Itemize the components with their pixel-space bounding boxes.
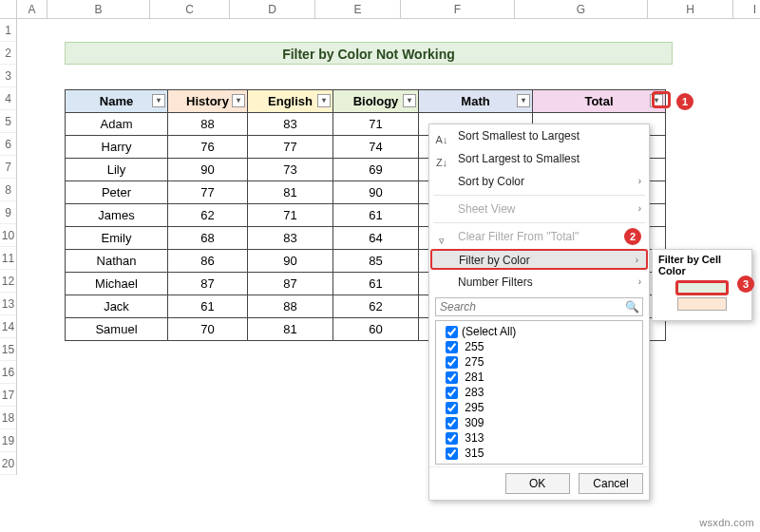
col-header-H[interactable]: H <box>648 0 733 18</box>
cell-english[interactable]: 77 <box>248 136 333 159</box>
cell-english[interactable]: 81 <box>248 318 333 341</box>
color-swatch-1[interactable] <box>675 280 729 295</box>
cell-name[interactable]: Lily <box>66 159 168 181</box>
row-header-3[interactable]: 3 <box>0 65 16 87</box>
cell-history[interactable]: 86 <box>168 250 248 273</box>
cell-name[interactable]: Harry <box>66 136 168 159</box>
checkbox[interactable] <box>446 432 458 445</box>
sort-by-color[interactable]: Sort by Color› <box>429 170 649 193</box>
checkbox[interactable] <box>446 402 458 414</box>
cell-history[interactable]: 70 <box>168 318 248 341</box>
cell-biology[interactable]: 61 <box>333 273 419 295</box>
row-header-19[interactable]: 19 <box>0 429 16 452</box>
checkbox[interactable] <box>446 417 458 429</box>
cell-history[interactable]: 77 <box>168 181 248 204</box>
checkbox[interactable] <box>446 341 458 353</box>
cell-english[interactable]: 90 <box>248 250 333 273</box>
col-header-F[interactable]: F <box>401 0 515 18</box>
cell-history[interactable]: 68 <box>168 227 248 250</box>
cancel-button[interactable]: Cancel <box>579 473 643 494</box>
row-header-15[interactable]: 15 <box>0 338 16 361</box>
ok-button[interactable]: OK <box>505 473 570 494</box>
cell-name[interactable]: Samuel <box>66 318 168 341</box>
row-header-17[interactable]: 17 <box>0 384 16 407</box>
cell-english[interactable]: 71 <box>248 204 333 227</box>
list-item-select-all[interactable]: (Select All) <box>438 323 640 338</box>
cell-english[interactable]: 87 <box>248 273 333 295</box>
row-header-5[interactable]: 5 <box>0 110 16 133</box>
checkbox[interactable] <box>446 326 458 338</box>
list-item[interactable]: 275 <box>438 353 640 369</box>
col-header-D[interactable]: D <box>230 0 315 18</box>
cell-name[interactable]: Peter <box>66 181 168 204</box>
checkbox-list[interactable]: (Select All) 255 275 281 283 295 309 313… <box>435 320 643 465</box>
row-header-18[interactable]: 18 <box>0 407 16 429</box>
row-header-12[interactable]: 12 <box>0 270 16 293</box>
cell-biology[interactable]: 61 <box>333 204 419 227</box>
cell-name[interactable]: Michael <box>66 273 168 295</box>
cell-name[interactable]: Jack <box>66 295 168 318</box>
row-header-6[interactable]: 6 <box>0 133 16 156</box>
cell-biology[interactable]: 85 <box>333 250 419 273</box>
cell-name[interactable]: Nathan <box>66 250 168 273</box>
cell-biology[interactable]: 71 <box>333 113 419 136</box>
checkbox[interactable] <box>446 356 458 369</box>
sort-descending[interactable]: Z↓ Sort Largest to Smallest <box>429 147 649 170</box>
list-item[interactable]: 281 <box>438 369 640 384</box>
filter-icon[interactable]: ▾ <box>152 94 165 107</box>
cell-biology[interactable]: 60 <box>333 318 419 341</box>
row-header-14[interactable]: 14 <box>0 315 16 338</box>
cell-biology[interactable]: 64 <box>333 227 419 250</box>
checkbox[interactable] <box>446 371 458 384</box>
cell-history[interactable]: 87 <box>168 273 248 295</box>
filter-icon[interactable]: ▾ <box>403 94 416 107</box>
row-header-8[interactable]: 8 <box>0 179 16 201</box>
col-header-B[interactable]: B <box>48 0 150 18</box>
filter-icon[interactable]: ▾ <box>317 94 331 107</box>
cell-name[interactable]: Emily <box>66 227 168 250</box>
row-header-13[interactable]: 13 <box>0 293 16 315</box>
list-item[interactable]: 313 <box>438 429 640 445</box>
list-item[interactable]: 283 <box>438 384 640 399</box>
filter-icon[interactable]: ▾ <box>517 94 530 107</box>
cell-name[interactable]: Adam <box>66 113 168 136</box>
col-header-I[interactable]: I <box>733 0 760 18</box>
cell-biology[interactable]: 62 <box>333 295 419 318</box>
number-filters[interactable]: Number Filters› <box>429 271 649 294</box>
checkbox[interactable] <box>446 387 458 399</box>
cell-history[interactable]: 90 <box>168 159 248 181</box>
row-header-2[interactable]: 2 <box>0 42 16 65</box>
color-swatch-2[interactable] <box>677 297 727 311</box>
col-header-C[interactable]: C <box>150 0 230 18</box>
cell-biology[interactable]: 74 <box>333 136 419 159</box>
col-header-G[interactable]: G <box>515 0 648 18</box>
cell-name[interactable]: James <box>66 204 168 227</box>
row-header-4[interactable]: 4 <box>0 87 16 110</box>
list-item[interactable]: 295 <box>438 399 640 414</box>
filter-icon[interactable]: ▾ <box>232 94 245 107</box>
row-header-1[interactable]: 1 <box>0 19 16 42</box>
search-box[interactable]: 🔍 <box>435 297 643 316</box>
cell-english[interactable]: 88 <box>248 295 333 318</box>
cell-history[interactable]: 62 <box>168 204 248 227</box>
cell-english[interactable]: 81 <box>248 181 333 204</box>
sort-ascending[interactable]: A↓ Sort Smallest to Largest <box>429 124 649 147</box>
cell-history[interactable]: 61 <box>168 295 248 318</box>
col-header-E[interactable]: E <box>315 0 401 18</box>
row-header-9[interactable]: 9 <box>0 201 16 224</box>
cell-biology[interactable]: 69 <box>333 159 419 181</box>
row-header-20[interactable]: 20 <box>0 452 16 475</box>
cell-history[interactable]: 76 <box>168 136 248 159</box>
row-header-16[interactable]: 16 <box>0 361 16 384</box>
list-item[interactable]: 315 <box>438 445 640 460</box>
list-item[interactable]: 309 <box>438 414 640 429</box>
cell-english[interactable]: 83 <box>248 227 333 250</box>
col-header-A[interactable]: A <box>17 0 48 18</box>
cell-english[interactable]: 73 <box>248 159 333 181</box>
cell-history[interactable]: 88 <box>168 113 248 136</box>
cell-english[interactable]: 83 <box>248 113 333 136</box>
row-header-10[interactable]: 10 <box>0 224 16 247</box>
search-input[interactable] <box>435 297 643 316</box>
select-all-corner[interactable] <box>0 0 17 18</box>
row-header-11[interactable]: 11 <box>0 247 16 270</box>
